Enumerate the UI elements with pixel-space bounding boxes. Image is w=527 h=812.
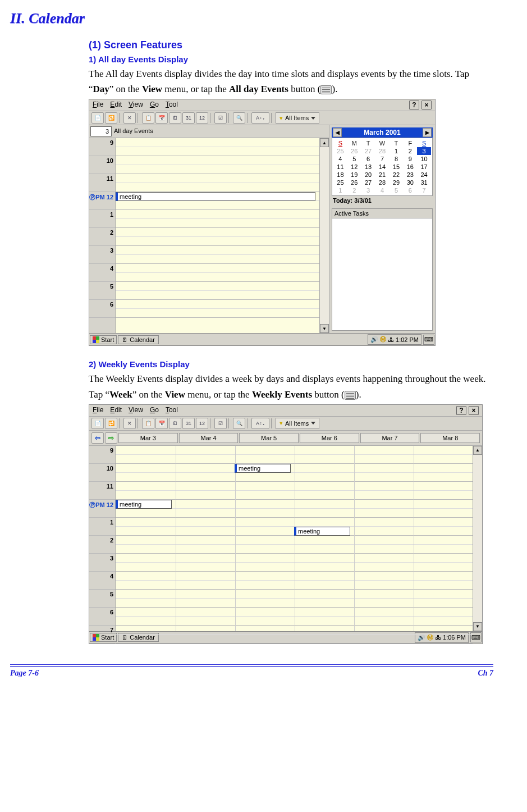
- month12-view-button[interactable]: 12: [196, 112, 208, 124]
- week-view-button[interactable]: 🗓: [169, 112, 181, 124]
- calendar-day[interactable]: 9: [403, 155, 417, 163]
- font-size-button[interactable]: A᛬▾: [251, 112, 269, 124]
- scrollbar[interactable]: ▲ ▼: [473, 446, 482, 631]
- menu-go[interactable]: Go: [150, 101, 159, 110]
- calendar-day[interactable]: 1: [389, 147, 404, 155]
- scroll-down-button[interactable]: ▼: [473, 622, 482, 631]
- mini-calendar[interactable]: SMTWTFS252627281234567891011121314151617…: [332, 138, 433, 196]
- calendar-day[interactable]: 11: [333, 163, 347, 171]
- menu-edit[interactable]: Edit: [110, 406, 122, 415]
- menu-view[interactable]: View: [129, 406, 143, 415]
- calendar-day[interactable]: 21: [375, 171, 389, 179]
- calendar-day[interactable]: 2: [403, 147, 417, 155]
- calendar-day[interactable]: 26: [347, 179, 361, 186]
- scrollbar[interactable]: ▲ ▼: [319, 138, 329, 333]
- check-button[interactable]: ☑: [214, 418, 227, 429]
- calendar-day[interactable]: 6: [403, 186, 417, 194]
- calendar-day[interactable]: 25: [333, 147, 347, 155]
- event-block[interactable]: meeting: [116, 500, 172, 509]
- menu-view[interactable]: View: [129, 101, 143, 110]
- day-header[interactable]: Mar 6: [300, 433, 359, 443]
- calendar-day[interactable]: 30: [403, 179, 417, 186]
- calendar-day[interactable]: 1: [333, 186, 347, 194]
- menu-edit[interactable]: Edit: [110, 101, 122, 110]
- month12-view-button[interactable]: 12: [196, 418, 208, 429]
- find-button[interactable]: 🔍: [233, 112, 245, 124]
- calendar-day[interactable]: 27: [361, 179, 375, 186]
- calendar-day[interactable]: 19: [347, 171, 361, 179]
- calendar-day[interactable]: 5: [389, 186, 404, 194]
- calendar-day[interactable]: 3: [417, 147, 431, 155]
- event-block[interactable]: meeting: [294, 527, 350, 536]
- calendar-day[interactable]: 24: [417, 171, 431, 179]
- today-label[interactable]: Today: 3/3/01: [329, 196, 435, 205]
- week-grid[interactable]: meetingmeetingmeeting: [116, 446, 473, 631]
- calendar-day[interactable]: 10: [417, 155, 431, 163]
- allday-view-button[interactable]: 📋: [142, 418, 154, 429]
- new-recurring-button[interactable]: 🔁: [105, 112, 117, 124]
- calendar-day[interactable]: 27: [361, 147, 375, 155]
- event-block[interactable]: meeting: [116, 192, 315, 201]
- calendar-day[interactable]: 5: [347, 155, 361, 163]
- calendar-day[interactable]: 6: [361, 155, 375, 163]
- calendar-day[interactable]: 26: [347, 147, 361, 155]
- calendar-day[interactable]: 17: [417, 163, 431, 171]
- filter-dropdown[interactable]: ▾All Items: [276, 112, 319, 124]
- new-event-button[interactable]: 📄: [91, 418, 104, 429]
- system-tray[interactable]: 🔊 Ⓜ 🖧 1:02 PM: [368, 334, 421, 345]
- calendar-day[interactable]: 31: [417, 179, 431, 186]
- event-block[interactable]: meeting: [235, 464, 291, 473]
- scroll-up-button[interactable]: ▲: [473, 446, 482, 455]
- scroll-down-button[interactable]: ▼: [320, 324, 329, 333]
- filter-dropdown[interactable]: ▾All Items: [276, 418, 319, 429]
- day-view-button[interactable]: 📅: [155, 418, 168, 429]
- calendar-day[interactable]: 29: [389, 179, 404, 186]
- delete-button[interactable]: ✕: [123, 418, 136, 429]
- calendar-day[interactable]: 16: [403, 163, 417, 171]
- calendar-day[interactable]: 3: [361, 186, 375, 194]
- day-header[interactable]: Mar 5: [239, 433, 299, 443]
- taskbar-app[interactable]: 🗓Calendar: [118, 335, 159, 344]
- scroll-up-button[interactable]: ▲: [320, 138, 329, 147]
- menu-go[interactable]: Go: [150, 406, 159, 415]
- month31-view-button[interactable]: 31: [182, 112, 195, 124]
- day-view-button[interactable]: 📅: [155, 112, 168, 124]
- calendar-day[interactable]: 7: [375, 155, 389, 163]
- calendar-day[interactable]: 20: [361, 171, 375, 179]
- new-recurring-button[interactable]: 🔁: [105, 418, 117, 429]
- calendar-day[interactable]: 13: [361, 163, 375, 171]
- day-header[interactable]: Mar 8: [420, 433, 480, 443]
- tray-icon[interactable]: Ⓜ: [380, 335, 386, 344]
- new-event-button[interactable]: 📄: [91, 112, 104, 124]
- day-header[interactable]: Mar 7: [360, 433, 420, 443]
- calendar-day[interactable]: 14: [375, 163, 389, 171]
- calendar-day[interactable]: 4: [375, 186, 389, 194]
- find-button[interactable]: 🔍: [233, 418, 245, 429]
- day-grid[interactable]: meeting: [116, 138, 319, 333]
- menu-file[interactable]: FFileile: [93, 101, 103, 110]
- calendar-day[interactable]: 2: [347, 186, 361, 194]
- close-button[interactable]: ×: [421, 101, 432, 110]
- calendar-day[interactable]: 23: [403, 171, 417, 179]
- tray-icon[interactable]: 🔊: [370, 336, 378, 343]
- day-header[interactable]: Mar 3: [118, 433, 178, 443]
- tray-icon[interactable]: 🖧: [388, 336, 394, 343]
- calendar-day[interactable]: 12: [347, 163, 361, 171]
- date-box[interactable]: 3: [90, 126, 112, 136]
- start-button[interactable]: Start: [90, 335, 117, 344]
- menu-tool[interactable]: Tool: [166, 101, 178, 110]
- help-button[interactable]: ?: [456, 406, 466, 415]
- help-button[interactable]: ?: [409, 101, 419, 110]
- prev-month-button[interactable]: ◀: [333, 128, 342, 137]
- start-button[interactable]: Start: [90, 633, 117, 642]
- calendar-day[interactable]: 8: [389, 155, 404, 163]
- calendar-day[interactable]: 28: [375, 179, 389, 186]
- next-week-button[interactable]: ⇨: [105, 432, 117, 444]
- menu-file[interactable]: File: [93, 406, 103, 415]
- close-button[interactable]: ×: [469, 406, 479, 415]
- month31-view-button[interactable]: 31: [182, 418, 195, 429]
- prev-week-button[interactable]: ⇦: [91, 432, 104, 444]
- calendar-day[interactable]: 25: [333, 179, 347, 186]
- calendar-day[interactable]: 15: [389, 163, 404, 171]
- menu-tool[interactable]: Tool: [166, 406, 178, 415]
